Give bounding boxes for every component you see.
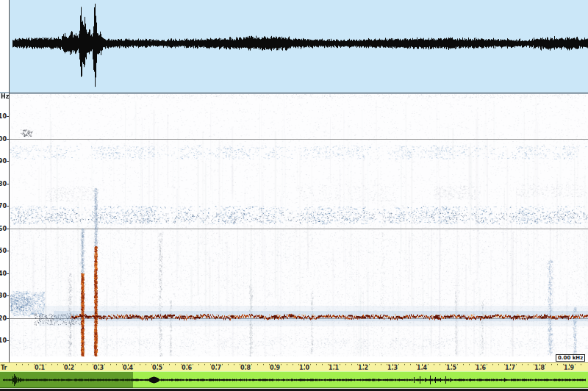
- status-strip: 1 1024: [0, 356, 588, 362]
- freq-tick-label: 30: [0, 293, 7, 299]
- freq-tick-label: 80: [0, 181, 7, 187]
- time-tick-minor: [487, 364, 487, 365]
- time-tick-label: 0.5: [152, 365, 162, 371]
- time-tick-minor: [516, 364, 517, 365]
- time-tick-minor: [557, 364, 558, 365]
- time-tick-minor: [116, 364, 117, 365]
- spectrogram-plot[interactable]: [10, 93, 588, 356]
- time-tick-minor: [75, 364, 76, 365]
- time-tick-minor: [169, 364, 170, 365]
- time-tick-minor: [146, 364, 146, 365]
- frequency-unit-label: Hz: [1, 93, 9, 100]
- time-tick-minor: [351, 364, 352, 365]
- time-tick-minor: [163, 364, 164, 365]
- time-tick-minor: [545, 364, 546, 365]
- time-tick-minor: [398, 364, 399, 365]
- frequency-readout: 0.00 kHz: [556, 354, 585, 362]
- time-tick-minor: [316, 364, 317, 365]
- spectrogram-top-border: [10, 93, 588, 94]
- waveform-panel[interactable]: [0, 0, 588, 93]
- time-tick-label: 0.1: [35, 365, 45, 371]
- time-tick-minor: [22, 364, 23, 365]
- time-tick-minor: [381, 364, 381, 365]
- waveform-plot[interactable]: [10, 0, 588, 92]
- time-tick-label: 1.8: [534, 365, 545, 371]
- time-axis-label: Tr: [1, 365, 7, 371]
- time-tick-minor: [222, 364, 223, 365]
- time-tick-minor: [345, 364, 346, 365]
- time-tick-minor: [51, 364, 52, 365]
- freq-tick-label: 110: [0, 113, 7, 120]
- overview-top-edge: [0, 371, 588, 372]
- audio-analysis-window: Hz 110100908070605040302010 1 1024 0.00 …: [0, 0, 588, 391]
- time-tick-minor: [46, 364, 46, 365]
- time-tick-label: 0.3: [93, 365, 104, 371]
- freq-tick-label: 70: [0, 203, 7, 209]
- time-tick-minor: [140, 364, 140, 365]
- freq-tick-label: 50: [0, 248, 7, 254]
- time-tick-minor: [340, 364, 340, 365]
- time-tick-minor: [404, 364, 405, 365]
- time-tick-minor: [581, 364, 581, 365]
- time-tick-minor: [457, 364, 458, 365]
- time-tick-minor: [257, 364, 258, 365]
- time-tick-label: 0.4: [123, 365, 133, 371]
- time-tick-label: 0.2: [64, 365, 74, 371]
- time-tick-minor: [293, 364, 293, 365]
- waveform-axis-gutter: [0, 0, 9, 92]
- time-tick-minor: [263, 364, 264, 365]
- time-tick-minor: [375, 364, 376, 365]
- time-tick-minor: [287, 364, 287, 365]
- time-tick-label: 1.3: [387, 365, 398, 371]
- time-tick-minor: [522, 364, 523, 365]
- time-tick-label: 1.7: [505, 365, 515, 371]
- time-tick-minor: [410, 364, 411, 365]
- freq-tick-label: 60: [0, 226, 7, 232]
- time-tick-label: 0.7: [211, 365, 221, 371]
- time-tick-label: 1.0: [299, 365, 309, 371]
- time-tick-minor: [175, 364, 176, 365]
- time-tick-label: 1.6: [476, 365, 486, 371]
- time-tick-minor: [492, 364, 493, 365]
- overview-strip[interactable]: [0, 371, 588, 388]
- time-tick-minor: [57, 364, 58, 365]
- overview-selection[interactable]: [0, 371, 133, 388]
- time-tick-minor: [528, 364, 528, 365]
- freq-tick-label: 40: [0, 270, 7, 277]
- time-tick-minor: [81, 364, 82, 365]
- time-tick-minor: [463, 364, 464, 365]
- time-tick-minor: [16, 364, 17, 365]
- time-tick-minor: [575, 364, 576, 365]
- time-tick-minor: [369, 364, 370, 365]
- time-tick-minor: [87, 364, 87, 365]
- time-tick-minor: [193, 364, 193, 365]
- time-tick-minor: [551, 364, 552, 365]
- time-tick-label: 1.1: [329, 365, 339, 371]
- time-tick-minor: [28, 364, 29, 365]
- time-tick-minor: [434, 364, 434, 365]
- time-tick-minor: [110, 364, 111, 365]
- spectrogram-panel[interactable]: Hz 110100908070605040302010: [0, 93, 588, 356]
- freq-tick-label: 10: [0, 337, 7, 344]
- time-tick-label: 1.9: [564, 365, 574, 371]
- time-tick-minor: [204, 364, 205, 365]
- time-tick-minor: [440, 364, 440, 365]
- time-tick-label: 0.9: [270, 365, 280, 371]
- time-tick-minor: [281, 364, 282, 365]
- freq-tick-label: 20: [0, 315, 7, 322]
- timeline-ruler[interactable]: Tr 0.10.20.30.40.50.60.70.80.91.01.11.21…: [0, 362, 588, 371]
- freq-tick-label: 90: [0, 158, 7, 165]
- time-tick-minor: [198, 364, 199, 365]
- time-tick-minor: [428, 364, 429, 365]
- time-tick-label: 0.6: [182, 365, 192, 371]
- time-tick-minor: [322, 364, 323, 365]
- time-tick-label: 1.2: [358, 365, 368, 371]
- time-tick-minor: [310, 364, 311, 365]
- freq-tick-label: 100: [0, 136, 7, 143]
- time-tick-minor: [469, 364, 470, 365]
- time-tick-minor: [228, 364, 229, 365]
- time-tick-minor: [134, 364, 135, 365]
- time-tick-minor: [498, 364, 499, 365]
- time-tick-minor: [234, 364, 234, 365]
- time-tick-label: 1.5: [446, 365, 456, 371]
